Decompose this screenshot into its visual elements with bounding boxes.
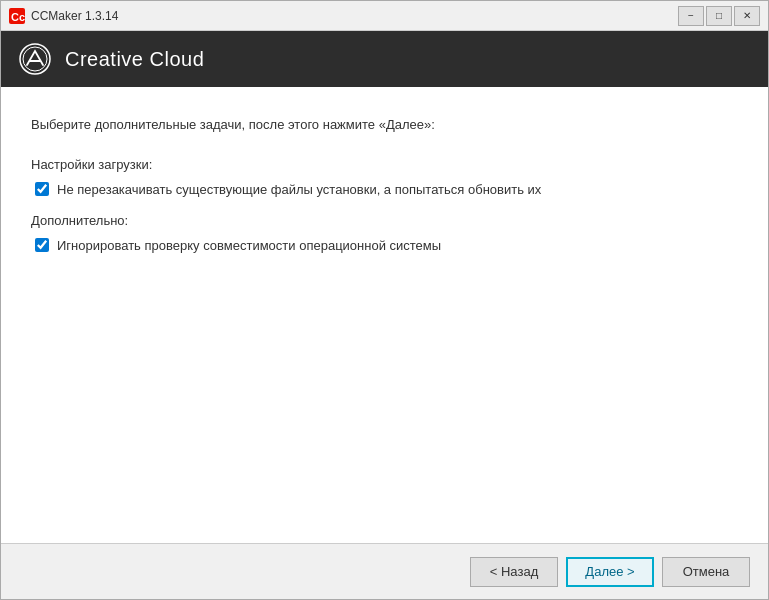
no-redownload-row: Не перезакачивать существующие файлы уст… [31,180,738,200]
title-bar: Cc CCMaker 1.3.14 − □ ✕ [1,1,768,31]
title-bar-text: CCMaker 1.3.14 [31,9,118,23]
next-button[interactable]: Далее > [566,557,654,587]
adobe-logo-icon [19,43,51,75]
close-button[interactable]: ✕ [734,6,760,26]
svg-point-2 [20,44,50,74]
header-title: Creative Cloud [65,48,204,71]
svg-text:Cc: Cc [11,11,25,23]
ignore-compat-checkbox[interactable] [35,238,49,252]
main-content: Выберите дополнительные задачи, после эт… [1,87,768,543]
footer: < Назад Далее > Отмена [1,543,768,599]
title-bar-left: Cc CCMaker 1.3.14 [9,8,118,24]
app-icon: Cc [9,8,25,24]
header-band: Creative Cloud [1,31,768,87]
maximize-button[interactable]: □ [706,6,732,26]
instruction-text: Выберите дополнительные задачи, после эт… [31,115,738,135]
no-redownload-checkbox[interactable] [35,182,49,196]
cancel-button[interactable]: Отмена [662,557,750,587]
no-redownload-label[interactable]: Не перезакачивать существующие файлы уст… [57,180,541,200]
main-window: Cc CCMaker 1.3.14 − □ ✕ Creative Cloud В… [0,0,769,600]
title-bar-controls: − □ ✕ [678,6,760,26]
additional-section-label: Дополнительно: [31,213,738,228]
additional-section: Дополнительно: Игнорировать проверку сов… [31,213,738,256]
download-settings-section: Настройки загрузки: Не перезакачивать су… [31,157,738,200]
ignore-compat-row: Игнорировать проверку совместимости опер… [31,236,738,256]
back-button[interactable]: < Назад [470,557,558,587]
minimize-button[interactable]: − [678,6,704,26]
ignore-compat-label[interactable]: Игнорировать проверку совместимости опер… [57,236,441,256]
download-section-label: Настройки загрузки: [31,157,738,172]
